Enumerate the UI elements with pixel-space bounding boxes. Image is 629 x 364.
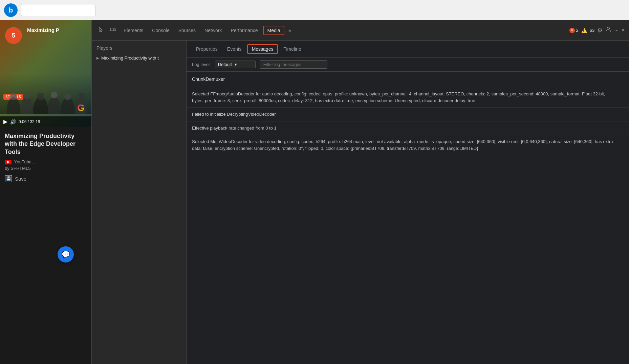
cursor-icon[interactable] [96, 25, 106, 36]
devtools-toolbar-right: ✕ 2 63 ⚙ ··· × [569, 26, 625, 34]
log-level-select[interactable]: Default ▾ [215, 61, 256, 68]
svg-point-8 [37, 93, 44, 100]
svg-point-6 [10, 93, 17, 100]
video-controls: ▶ 🔊 0:06 / 32:19 [0, 116, 91, 127]
svg-point-9 [51, 92, 58, 98]
youtube-icon [5, 160, 12, 164]
log-filter-input[interactable] [260, 60, 327, 69]
error-icon: ✕ [569, 28, 575, 33]
tab-events[interactable]: Events [223, 45, 246, 53]
browser-bar: b [0, 0, 629, 20]
log-entry-audio-decoder: Selected FFmpegAudioDecoder for audio de… [187, 87, 629, 108]
tab-network[interactable]: Network [201, 26, 225, 35]
devtools-toolbar: Elements Console Sources Network Perform… [92, 20, 629, 41]
tab-performance[interactable]: Performance [227, 26, 261, 35]
close-devtools-button[interactable]: × [621, 27, 625, 34]
error-badge: ✕ 2 [569, 28, 578, 33]
messages-log: ChunkDemuxer Selected FFmpegAudioDecoder… [187, 72, 629, 364]
address-bar[interactable] [21, 4, 95, 16]
google-logo-overlay: G [77, 103, 85, 113]
svg-point-1 [21, 97, 33, 114]
log-entry-decrypt-fail: Failed to initialize DecryptingVideoDeco… [187, 108, 629, 121]
save-button[interactable]: 💾 Save [5, 175, 87, 182]
video-title-overlay: Maximizing P [27, 27, 59, 33]
svg-point-10 [64, 93, 71, 100]
warning-icon [581, 28, 587, 33]
svg-point-11 [78, 93, 84, 99]
html5-logo: 5 [5, 27, 22, 44]
messages-tabs: Properties Events Messages Timeline [187, 41, 629, 58]
svg-point-14 [607, 27, 610, 30]
video-author: by SFHTML5 [5, 166, 87, 171]
log-filter-bar: Log level: Default ▾ [187, 58, 629, 72]
log-level-label: Log level: [192, 62, 211, 67]
chevron-down-icon: ▾ [235, 62, 237, 67]
log-entry-chunk-demuxer: ChunkDemuxer [187, 72, 629, 87]
volume-button[interactable]: 🔊 [10, 119, 16, 124]
devtools-body: Players ▶ Maximizing Productivity with t… [92, 41, 629, 364]
device-toggle-icon[interactable] [108, 25, 118, 36]
svg-rect-12 [110, 28, 114, 31]
messages-area: Properties Events Messages Timeline Log … [187, 41, 629, 364]
time-display: 0:06 / 32:19 [19, 119, 40, 124]
player-item[interactable]: ▶ Maximizing Productivity with t [92, 53, 186, 63]
settings-button[interactable]: ⚙ [597, 27, 603, 34]
player-arrow-icon: ▶ [96, 56, 99, 60]
devtools-panel: Elements Console Sources Network Perform… [91, 20, 629, 364]
tab-console[interactable]: Console [149, 26, 173, 35]
user-button[interactable] [605, 26, 611, 34]
tab-properties[interactable]: Properties [192, 45, 222, 53]
svg-point-3 [48, 97, 61, 114]
video-container: 5 Maximizing P SFHTML5 [0, 20, 91, 127]
svg-point-7 [24, 93, 30, 99]
more-options-button[interactable]: ··· [614, 27, 619, 33]
video-full-title: Maximizing Productivity with the Edge De… [5, 132, 87, 156]
tab-elements[interactable]: Elements [120, 26, 147, 35]
main-content: 5 Maximizing P SFHTML5 [0, 20, 629, 364]
warning-badge: 63 [581, 28, 594, 33]
log-entry-playback-rate: Effective playback rate changed from 0 t… [187, 121, 629, 135]
browser-content: 5 Maximizing P SFHTML5 [0, 20, 91, 364]
save-icon: 💾 [5, 175, 12, 182]
video-thumbnail: 5 Maximizing P SFHTML5 [0, 20, 91, 127]
players-header: Players [92, 44, 186, 53]
svg-rect-13 [114, 29, 116, 31]
play-button[interactable]: ▶ [3, 118, 7, 125]
tab-timeline[interactable]: Timeline [279, 45, 305, 53]
video-source: YouTube... [5, 159, 87, 164]
chat-fab-button[interactable]: 💬 [58, 246, 74, 263]
tab-media[interactable]: Media [263, 26, 284, 35]
video-info: Maximizing Productivity with the Edge De… [0, 127, 91, 364]
more-tabs-button[interactable]: » [286, 26, 294, 35]
tab-sources[interactable]: Sources [175, 26, 199, 35]
log-entry-video-decoder: Selected MojoVideoDecoder for video deco… [187, 135, 629, 155]
tab-messages[interactable]: Messages [247, 44, 278, 54]
bing-logo: b [4, 3, 18, 17]
players-panel: Players ▶ Maximizing Productivity with t [92, 41, 187, 364]
